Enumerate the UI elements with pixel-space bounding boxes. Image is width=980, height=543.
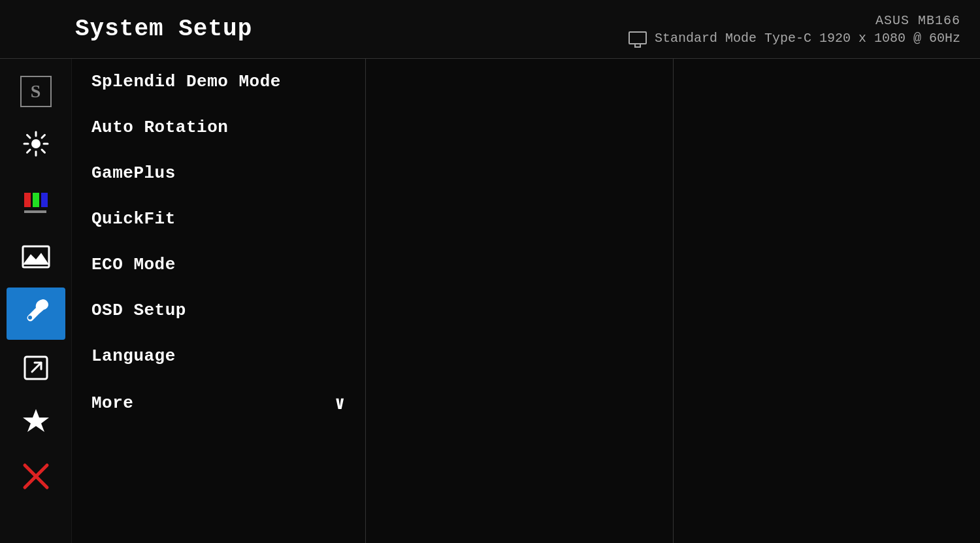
sub-panel-1 xyxy=(366,59,674,543)
monitor-icon xyxy=(629,31,647,44)
svg-line-7 xyxy=(42,135,45,139)
sub-panel-2 xyxy=(674,59,981,543)
menu-item-splendid-demo[interactable]: Splendid Demo Mode xyxy=(72,59,365,105)
more-chevron-icon: ∨ xyxy=(335,392,346,414)
menu-item-quickfit[interactable]: QuickFit xyxy=(72,196,365,242)
status-resolution: 1920 x 1080 @ 60Hz xyxy=(819,31,960,46)
image-icon xyxy=(22,245,50,272)
menu-item-gameplus[interactable]: GamePlus xyxy=(72,150,365,196)
content-area: Splendid Demo Mode Auto Rotation GamePlu… xyxy=(72,59,980,543)
sidebar-item-image[interactable] xyxy=(7,232,65,284)
shortcut-icon xyxy=(23,355,49,384)
page-title: System Setup xyxy=(75,16,252,42)
menu-item-eco-mode[interactable]: ECO Mode xyxy=(72,242,365,288)
svg-point-11 xyxy=(28,316,32,320)
header-info: ASUS MB166 Standard Mode Type-C 1920 x 1… xyxy=(629,13,960,46)
status-connection: Type-C xyxy=(764,31,811,46)
sidebar-item-favorite[interactable] xyxy=(7,399,65,451)
sidebar-item-color[interactable] xyxy=(7,176,65,229)
sidebar-item-shortcut[interactable] xyxy=(7,343,65,395)
monitor-model: ASUS MB166 xyxy=(875,13,960,28)
svg-point-0 xyxy=(31,139,41,148)
svg-marker-10 xyxy=(23,253,49,265)
menu-item-auto-rotation[interactable]: Auto Rotation xyxy=(72,105,365,150)
menu-item-more[interactable]: More ∨ xyxy=(72,379,365,427)
sidebar-item-system[interactable] xyxy=(7,288,65,340)
svg-line-6 xyxy=(42,150,45,153)
main-container: System Setup ASUS MB166 Standard Mode Ty… xyxy=(0,0,980,543)
svg-line-5 xyxy=(27,135,30,139)
svg-marker-14 xyxy=(23,409,49,432)
sidebar-item-splendid[interactable]: S xyxy=(7,65,65,118)
wrench-icon xyxy=(22,297,50,331)
close-icon xyxy=(22,463,50,498)
svg-line-8 xyxy=(27,150,30,153)
menu-item-osd-setup[interactable]: OSD Setup xyxy=(72,288,365,333)
menu-panel: Splendid Demo Mode Auto Rotation GamePlu… xyxy=(72,59,366,543)
brightness-icon xyxy=(23,131,49,163)
header-status: Standard Mode Type-C 1920 x 1080 @ 60Hz xyxy=(629,31,960,46)
sidebar-item-close[interactable] xyxy=(7,454,65,506)
menu-item-language[interactable]: Language xyxy=(72,333,365,379)
sidebar-item-brightness[interactable] xyxy=(7,121,65,173)
status-mode: Standard Mode xyxy=(655,31,757,46)
s-icon: S xyxy=(20,76,52,107)
header: System Setup ASUS MB166 Standard Mode Ty… xyxy=(0,0,980,59)
sidebar: S xyxy=(0,59,72,543)
main-area: S xyxy=(0,59,980,543)
star-icon xyxy=(22,407,50,443)
svg-line-13 xyxy=(32,363,41,372)
color-icon xyxy=(24,193,48,213)
